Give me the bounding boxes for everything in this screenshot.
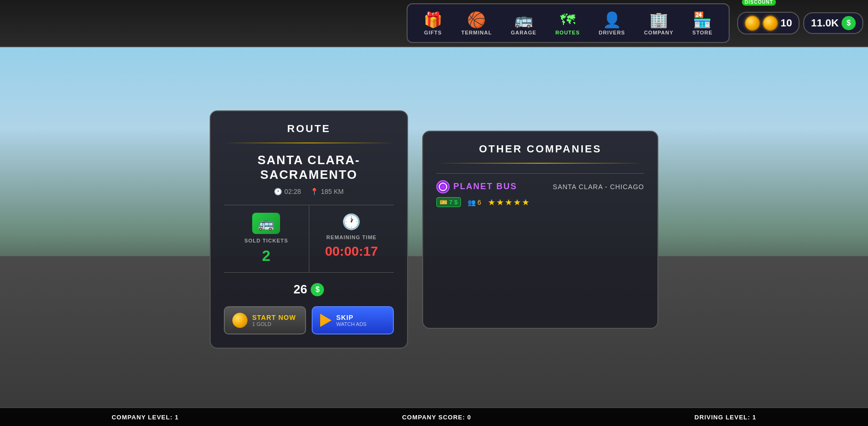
nav-icons-container: 🎁 GIFTS 🏀 TERMINAL 🚌 GARAGE 🗺 ROUTES 👤 D… xyxy=(407,3,730,43)
remaining-time-value: 00:00:17 xyxy=(325,244,378,259)
start-label: START NOW xyxy=(252,314,296,321)
star-1: ★ xyxy=(488,197,495,208)
gifts-label: GIFTS xyxy=(424,30,442,35)
routes-icon: 🗺 xyxy=(560,11,575,29)
companies-panel-title: OTHER COMPANIES xyxy=(479,143,602,155)
terminal-label: TERMINAL xyxy=(461,30,492,35)
nav-item-gifts[interactable]: 🎁 GIFTS xyxy=(415,8,451,38)
company-name: PLANET BUS xyxy=(453,182,517,192)
start-coin-icon xyxy=(232,313,247,328)
company-route: SANTA CLARA - CHICAGO xyxy=(553,183,644,191)
sold-tickets-box: 🚌 SOLD TICKETS 2 xyxy=(224,205,309,272)
route-time-value: 02:28 xyxy=(284,188,301,195)
status-bar: COMPANY LEVEL: 1 COMPANY SCORE: 0 DRIVIN… xyxy=(0,407,868,426)
route-name: SANTA CLARA-SACRAMENTO xyxy=(224,153,394,182)
star-2: ★ xyxy=(496,197,504,208)
drivers-icon: 👤 xyxy=(603,11,621,29)
start-sub: 1 GOLD xyxy=(252,321,296,327)
ticket-icon: 🎫 xyxy=(440,199,447,206)
star-4: ★ xyxy=(513,197,521,208)
clock-icon: 🕐 xyxy=(342,213,361,231)
dollar-icon: $ xyxy=(842,16,856,30)
companies-title-underline xyxy=(436,163,644,164)
skip-sub: WATCH ADS xyxy=(336,321,366,327)
company-logo-icon xyxy=(436,180,450,193)
sold-tickets-label: SOLD TICKETS xyxy=(244,238,288,243)
company-icon: 🏢 xyxy=(649,11,668,29)
bus-icon: 🚌 xyxy=(252,213,280,234)
action-row: START NOW 1 GOLD SKIP WATCH ADS xyxy=(224,306,394,334)
currency-area: DISCOUNT 10 11.0K $ xyxy=(737,12,863,34)
company-score-label: COMPANY SCORE: xyxy=(402,414,465,421)
remaining-time-label: REMAINING TIME xyxy=(326,234,376,240)
company-score-value: 0 xyxy=(467,414,471,421)
company-stats: 🎫 7 $ 👥 6 ★★★★★ xyxy=(436,197,644,208)
gifts-icon: 🎁 xyxy=(424,11,443,29)
drivers-stat: 👥 6 xyxy=(468,199,481,206)
garage-icon: 🚌 xyxy=(514,11,533,29)
company-label: COMPANY xyxy=(644,30,673,35)
route-title-underline xyxy=(224,142,394,143)
start-text: START NOW 1 GOLD xyxy=(252,314,296,327)
nav-item-garage[interactable]: 🚌 GARAGE xyxy=(502,8,545,38)
star-5: ★ xyxy=(522,197,529,208)
ticket-price-stat: 🎫 7 $ xyxy=(436,197,461,207)
route-panel: ROUTE SANTA CLARA-SACRAMENTO 🕐 02:28 📍 1… xyxy=(210,110,408,349)
route-distance: 📍 185 KM xyxy=(310,188,343,195)
dollar-badge: $ xyxy=(311,283,324,296)
companies-panel: OTHER COMPANIES PLANET BUS SANTA CLARA -… xyxy=(422,131,658,329)
currency-gold: 10 xyxy=(737,12,800,34)
nav-item-terminal[interactable]: 🏀 TERMINAL xyxy=(453,8,501,38)
panels-area: ROUTE SANTA CLARA-SACRAMENTO 🕐 02:28 📍 1… xyxy=(0,52,868,407)
driving-level-status: DRIVING LEVEL: 1 xyxy=(695,414,757,421)
nav-item-company[interactable]: 🏢 COMPANY xyxy=(636,8,682,38)
skip-button[interactable]: SKIP WATCH ADS xyxy=(312,306,394,334)
company-level-status: COMPANY LEVEL: 1 xyxy=(111,414,179,421)
store-icon: 🏪 xyxy=(693,11,712,29)
play-icon xyxy=(320,314,332,327)
discount-badge: DISCOUNT xyxy=(742,0,776,6)
stats-row: 🚌 SOLD TICKETS 2 🕐 REMAINING TIME 00:00:… xyxy=(224,205,394,273)
route-panel-title: ROUTE xyxy=(287,123,331,135)
remaining-time-box: 🕐 REMAINING TIME 00:00:17 xyxy=(309,205,394,272)
skip-text: SKIP WATCH ADS xyxy=(336,314,366,327)
star-3: ★ xyxy=(505,197,512,208)
price-value: 26 xyxy=(294,282,307,297)
terminal-icon: 🏀 xyxy=(467,11,486,29)
gold-coin-icon-2 xyxy=(763,16,778,31)
driving-level-value: 1 xyxy=(752,414,756,421)
price-row: 26 $ xyxy=(294,282,324,297)
drivers-icon: 👥 xyxy=(468,199,476,206)
nav-item-drivers[interactable]: 👤 DRIVERS xyxy=(590,8,634,38)
nav-item-routes[interactable]: 🗺 ROUTES xyxy=(547,8,588,38)
start-now-button[interactable]: START NOW 1 GOLD xyxy=(224,306,306,334)
route-distance-value: 185 KM xyxy=(321,188,343,195)
company-score-status: COMPANY SCORE: 0 xyxy=(402,414,471,421)
drivers-value: 6 xyxy=(477,199,481,206)
cash-amount: 11.0K xyxy=(811,17,839,29)
company-level-label: COMPANY LEVEL: xyxy=(111,414,172,421)
route-time: 🕐 02:28 xyxy=(274,188,301,195)
gold-amount: 10 xyxy=(781,17,792,29)
company-header: PLANET BUS SANTA CLARA - CHICAGO xyxy=(436,180,644,193)
garage-label: GARAGE xyxy=(511,30,536,35)
skip-label: SKIP xyxy=(336,314,366,321)
driving-level-label: DRIVING LEVEL: xyxy=(695,414,750,421)
currency-cash: 11.0K $ xyxy=(803,12,863,34)
store-label: STORE xyxy=(692,30,713,35)
company-name-row: PLANET BUS xyxy=(436,180,517,193)
navbar: 🎁 GIFTS 🏀 TERMINAL 🚌 GARAGE 🗺 ROUTES 👤 D… xyxy=(0,0,868,47)
route-meta: 🕐 02:28 📍 185 KM xyxy=(274,188,343,195)
gold-coin-icon xyxy=(745,16,760,31)
company-stars: ★★★★★ xyxy=(488,197,529,208)
nav-item-store[interactable]: 🏪 STORE xyxy=(684,8,721,38)
pin-icon: 📍 xyxy=(310,188,318,195)
clock-icon-small: 🕐 xyxy=(274,188,282,195)
drivers-label: DRIVERS xyxy=(599,30,625,35)
ticket-price-value: 7 $ xyxy=(449,199,458,206)
company-level-value: 1 xyxy=(175,414,179,421)
sold-tickets-value: 2 xyxy=(262,247,271,265)
routes-label: ROUTES xyxy=(555,30,580,35)
company-entry: PLANET BUS SANTA CLARA - CHICAGO 🎫 7 $ 👥… xyxy=(436,173,644,208)
